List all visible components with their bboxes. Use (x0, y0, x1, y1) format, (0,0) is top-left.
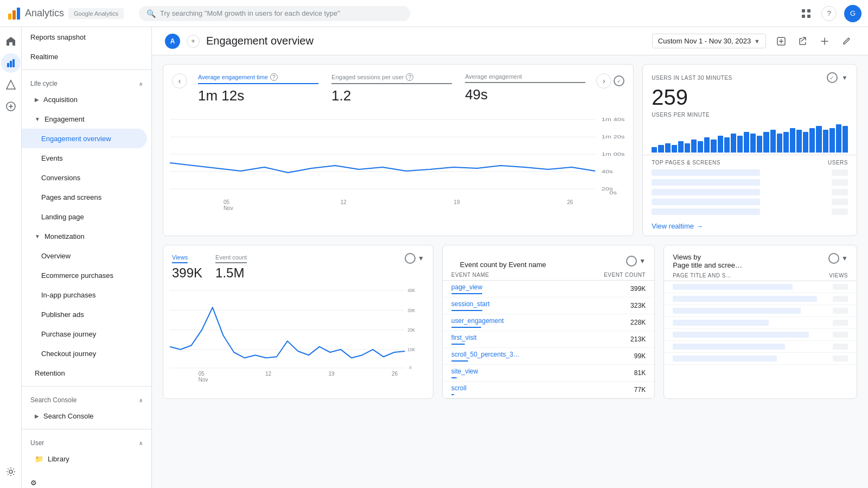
views-dropdown-icon[interactable]: ▼ (418, 255, 424, 262)
edit-button[interactable] (838, 33, 855, 50)
date-range-picker[interactable]: Custom Nov 1 - Nov 30, 2023 ▼ (652, 34, 766, 48)
sidebar-icon-settings[interactable] (1, 462, 21, 481)
share-button[interactable] (794, 33, 812, 50)
views-by-row-7[interactable] (664, 353, 857, 365)
nav-item-publisher-ads[interactable]: Publisher ads (22, 305, 147, 324)
apps-grid-button[interactable] (799, 6, 814, 21)
views-by-row-1[interactable] (664, 281, 857, 293)
event-dropdown-icon[interactable]: ▼ (639, 257, 646, 265)
event-check-button[interactable] (626, 256, 637, 267)
engaged-sessions-info-icon[interactable]: ? (406, 73, 413, 81)
view-realtime-link[interactable]: View realtime → (643, 217, 857, 236)
event-name-text-first-visit: first_visit (451, 334, 477, 341)
nav-item-acquisition[interactable]: ▶ Acquisition (22, 90, 147, 109)
views-by-count-3 (833, 308, 848, 314)
views-by-check-button[interactable] (828, 253, 839, 264)
nav-item-overview[interactable]: Overview (22, 246, 147, 265)
help-button[interactable]: ? (821, 6, 837, 21)
nav-item-engagement-overview[interactable]: Engagement overview (22, 129, 147, 148)
realtime-check-button[interactable]: ✓ (827, 72, 838, 83)
views-by-title-line1: Views by (673, 253, 701, 261)
realtime-dropdown-icon[interactable]: ▼ (842, 74, 848, 81)
event-row-scroll50[interactable]: scroll_50_percents_3… 99K (443, 348, 654, 365)
metrics-check-button[interactable]: ✓ (614, 75, 624, 86)
views-x-26: 26 (392, 371, 398, 383)
realtime-bar (724, 137, 730, 153)
app-logo[interactable]: Analytics (7, 6, 64, 21)
nav-item-retention[interactable]: Retention (22, 363, 147, 383)
nav-item-realtime[interactable]: Realtime (22, 47, 147, 66)
nav-item-ecommerce[interactable]: Ecommerce purchases (22, 265, 147, 285)
avg-engagement-time-info-icon[interactable]: ? (270, 73, 278, 81)
top-page-row-2[interactable] (643, 178, 857, 187)
realtime-title-text: USERS IN LAST 30 MINUTES (652, 75, 732, 81)
top-page-row-5[interactable] (643, 207, 857, 217)
top-page-row-4[interactable] (643, 197, 857, 207)
event-row-site-view[interactable]: site_view 81K (443, 365, 654, 382)
search-console-collapse-icon[interactable]: ∧ (139, 397, 143, 403)
x-label-nov5: 05Nov (224, 199, 233, 211)
metrics-next-button[interactable]: › (596, 73, 611, 88)
nav-item-inapp[interactable]: In-app purchases (22, 285, 147, 305)
event-row-scroll[interactable]: scroll 77K (443, 382, 654, 398)
nav-item-search-console[interactable]: ▶ Search Console (22, 406, 147, 426)
user-collapse-icon[interactable]: ∧ (139, 440, 143, 446)
nav-label-retention: Retention (35, 369, 65, 377)
nav-item-landing-page[interactable]: Landing page (22, 207, 147, 226)
search-bar[interactable]: 🔍 Try searching "MoM growth in users for… (139, 6, 410, 21)
nav-label-checkout-journey: Checkout journey (41, 350, 96, 358)
realtime-bar (698, 141, 703, 153)
nav-item-reports-snapshot[interactable]: Reports snapshot (22, 27, 147, 47)
event-table-header: EVENT NAME EVENT COUNT (443, 269, 654, 281)
realtime-bar (803, 132, 808, 153)
realtime-bar (718, 136, 723, 153)
settings-icon: ⚙ (30, 479, 37, 487)
nav-divider-1 (22, 69, 151, 70)
metrics-prev-button[interactable]: ‹ (172, 73, 187, 88)
add-comparison-button[interactable]: + (187, 35, 200, 48)
user-avatar[interactable]: G (844, 5, 861, 22)
sidebar-icon-advertising[interactable] (1, 97, 21, 116)
views-by-dropdown-icon[interactable]: ▼ (841, 255, 848, 262)
nav-item-library[interactable]: 📁 Library (22, 449, 147, 468)
nav-item-pages-screens[interactable]: Pages and screens (22, 187, 147, 207)
event-row-first-visit[interactable]: first_visit 213K (443, 331, 654, 348)
lifecycle-collapse-icon[interactable]: ∧ (139, 81, 143, 87)
save-report-button[interactable] (773, 33, 790, 50)
sidebar-icon-reports[interactable] (1, 53, 21, 73)
views-by-row-2[interactable] (664, 293, 857, 305)
nav-item-engagement-parent[interactable]: ▼ Engagement (22, 109, 147, 129)
views-by-row-4[interactable] (664, 317, 857, 329)
event-row-page-view[interactable]: page_view 399K (443, 281, 654, 297)
topbar-right-actions: ? G (799, 5, 861, 22)
svg-rect-0 (8, 14, 11, 20)
nav-item-events[interactable]: Events (22, 148, 147, 168)
top-page-row-3[interactable] (643, 187, 857, 197)
sidebar-icon-explore[interactable] (1, 75, 21, 94)
event-count-scroll50: 99K (634, 352, 646, 360)
event-name-text-session-start: session_start (451, 300, 490, 308)
views-by-name-2 (673, 296, 833, 302)
apps-grid-icon (801, 8, 812, 19)
nav-item-monetization-parent[interactable]: ▼ Monetization (22, 226, 147, 246)
views-by-row-5[interactable] (664, 329, 857, 341)
nav-item-settings[interactable]: ⚙ (22, 473, 147, 488)
views-by-row-6[interactable] (664, 341, 857, 353)
avg-engagement-time-metric: Average engagement time ? 1m 12s (192, 73, 325, 104)
account-selector[interactable]: Google Analytics (68, 8, 124, 19)
views-check-button[interactable] (405, 253, 416, 264)
insights-button[interactable] (816, 33, 833, 50)
views-by-row-3[interactable] (664, 305, 857, 317)
svg-text:0s: 0s (609, 190, 617, 195)
avg-engagement-label: Average engagement (465, 73, 585, 83)
event-name-text-page-view: page_view (451, 283, 482, 291)
top-page-count-5 (832, 208, 848, 215)
nav-item-conversions[interactable]: Conversions (22, 168, 147, 187)
event-row-session-start[interactable]: session_start 323K (443, 297, 654, 314)
nav-item-checkout-journey[interactable]: Checkout journey (22, 344, 147, 363)
nav-item-purchase-journey[interactable]: Purchase journey (22, 324, 147, 344)
sidebar-icon-home[interactable] (1, 31, 21, 51)
top-page-row-1[interactable] (643, 168, 857, 178)
nav-sidebar: Reports snapshot Realtime Life cycle ∧ ▶… (22, 27, 152, 488)
event-row-user-engagement[interactable]: user_engagement 228K (443, 314, 654, 331)
